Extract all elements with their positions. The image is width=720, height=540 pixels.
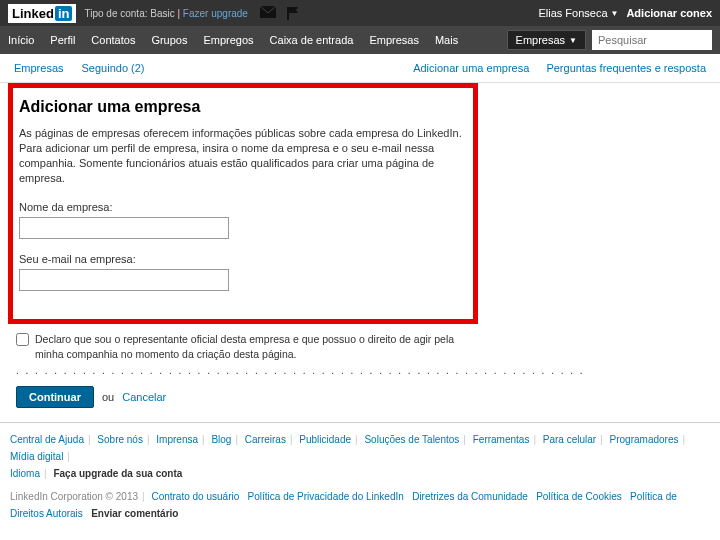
nav-contatos[interactable]: Contatos: [91, 34, 135, 46]
add-connection-link[interactable]: Adicionar conex: [626, 7, 712, 19]
main-nav: Início Perfil Contatos Grupos Empregos C…: [0, 26, 720, 54]
user-name: Elias Fonseca: [538, 7, 607, 19]
footer-tools[interactable]: Ferramentas: [473, 434, 530, 445]
user-menu[interactable]: Elias Fonseca ▼: [538, 7, 618, 19]
top-icons: [260, 6, 300, 20]
declaration-checkbox[interactable]: [16, 333, 29, 346]
nav-inicio[interactable]: Início: [8, 34, 34, 46]
upgrade-link[interactable]: Fazer upgrade: [183, 8, 248, 19]
copyright: LinkedIn Corporation © 2013: [10, 491, 138, 502]
footer-guidelines[interactable]: Diretrizes da Comunidade: [412, 491, 528, 502]
or-text: ou: [102, 391, 114, 403]
dropdown-label: Empresas: [516, 34, 566, 46]
page-title: Adicionar uma empresa: [19, 98, 467, 116]
subnav-right: Adicionar uma empresa Perguntas frequent…: [399, 62, 706, 74]
continue-button[interactable]: Continuar: [16, 386, 94, 408]
nav-empregos[interactable]: Empregos: [203, 34, 253, 46]
footer-blog[interactable]: Blog: [211, 434, 231, 445]
logo-text: Linked: [12, 6, 54, 21]
page-description: As páginas de empresas oferecem informaç…: [19, 126, 467, 185]
linkedin-logo[interactable]: Linkedin: [8, 4, 76, 23]
footer-feedback[interactable]: Enviar comentário: [91, 508, 178, 519]
company-name-label: Nome da empresa:: [19, 201, 467, 213]
content: Adicionar uma empresa As páginas de empr…: [0, 83, 720, 408]
footer-privacy[interactable]: Política de Privacidade do LinkedIn: [248, 491, 404, 502]
nav-perfil[interactable]: Perfil: [50, 34, 75, 46]
footer-mobile[interactable]: Para celular: [543, 434, 596, 445]
footer-about[interactable]: Sobre nós: [97, 434, 143, 445]
company-email-input[interactable]: [19, 269, 229, 291]
search-category-dropdown[interactable]: Empresas ▼: [507, 30, 586, 50]
chevron-down-icon: ▼: [569, 36, 577, 45]
action-row: Continuar ou Cancelar: [16, 386, 704, 408]
nav-right: Empresas ▼: [507, 30, 712, 50]
account-type-label: Tipo de conta: Basic: [84, 8, 174, 19]
nav-empresas[interactable]: Empresas: [369, 34, 419, 46]
footer-talent[interactable]: Soluções de Talentos: [364, 434, 459, 445]
subnav-empresas[interactable]: Empresas: [14, 62, 64, 74]
subnav-seguindo[interactable]: Seguindo (2): [82, 62, 145, 74]
footer-upgrade[interactable]: Faça upgrade da sua conta: [53, 468, 182, 479]
footer-help[interactable]: Central de Ajuda: [10, 434, 84, 445]
flag-icon[interactable]: [286, 6, 300, 20]
company-email-label: Seu e-mail na empresa:: [19, 253, 467, 265]
declaration-label: Declaro que sou o representante oficial …: [35, 332, 476, 360]
sub-nav: Empresas Seguindo (2) Adicionar uma empr…: [0, 54, 720, 83]
subnav-faq[interactable]: Perguntas frequentes e resposta: [546, 62, 706, 74]
logo-in: in: [55, 6, 73, 21]
cancel-link[interactable]: Cancelar: [122, 391, 166, 403]
account-type: Tipo de conta: Basic | Fazer upgrade: [84, 8, 247, 19]
subnav-add-company[interactable]: Adicionar uma empresa: [413, 62, 529, 74]
footer-media[interactable]: Mídia digital: [10, 451, 63, 462]
chevron-down-icon: ▼: [611, 9, 619, 18]
footer: Central de Ajuda| Sobre nós| Imprensa| B…: [0, 422, 720, 536]
svg-rect-1: [287, 7, 289, 20]
highlight-box: Adicionar uma empresa As páginas de empr…: [8, 83, 478, 324]
footer-row-2: LinkedIn Corporation © 2013| Contrato do…: [10, 488, 710, 522]
nav-mais[interactable]: Mais: [435, 34, 458, 46]
mail-icon[interactable]: [260, 6, 276, 20]
nav-inbox[interactable]: Caixa de entrada: [270, 34, 354, 46]
search-input[interactable]: [592, 30, 712, 50]
footer-cookies[interactable]: Política de Cookies: [536, 491, 622, 502]
footer-user-agreement[interactable]: Contrato do usuário: [151, 491, 239, 502]
topbar-right: Elias Fonseca ▼ Adicionar conex: [538, 7, 712, 19]
footer-devs[interactable]: Programadores: [610, 434, 679, 445]
footer-language[interactable]: Idioma: [10, 468, 40, 479]
declaration-row: Declaro que sou o representante oficial …: [16, 332, 476, 360]
company-name-input[interactable]: [19, 217, 229, 239]
nav-grupos[interactable]: Grupos: [151, 34, 187, 46]
footer-careers[interactable]: Carreiras: [245, 434, 286, 445]
separator-dots: . . . . . . . . . . . . . . . . . . . . …: [16, 365, 704, 376]
topbar: Linkedin Tipo de conta: Basic | Fazer up…: [0, 0, 720, 26]
footer-press[interactable]: Imprensa: [156, 434, 198, 445]
footer-ads[interactable]: Publicidade: [299, 434, 351, 445]
footer-row-1: Central de Ajuda| Sobre nós| Imprensa| B…: [10, 431, 710, 482]
